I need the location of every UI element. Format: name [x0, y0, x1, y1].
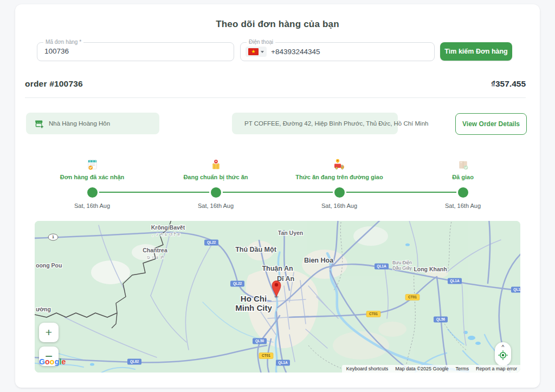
map-attribution: Keyboard shortcuts Map data ©2025 Google… [342, 365, 520, 373]
road-badge-ql1a: QL1A [511, 287, 520, 293]
map-label: Chantrea [143, 247, 167, 253]
google-logo[interactable]: Google [39, 357, 66, 366]
view-order-details-button[interactable]: View Order Details [455, 113, 527, 135]
page-title: Theo dõi đơn hàng của bạn [15, 19, 540, 30]
svg-text:1: 1 [52, 235, 54, 239]
order-confirmed-icon [86, 157, 99, 171]
step-date: Sat, 16th Aug [198, 202, 234, 209]
order-header: order #100736 ₫357.455 [25, 79, 526, 89]
step-label: Đang chuẩn bị thức ăn [183, 174, 248, 182]
phone-label: Điện thoại [247, 39, 275, 45]
road-badge-ql62: QL62 [127, 359, 141, 365]
tracker-step-delivered: Đã giao Sat, 16th Aug [401, 157, 525, 213]
map-label: Krông Bavĕt [151, 224, 185, 231]
my-location-icon [498, 350, 508, 361]
svg-text:QL1A: QL1A [278, 361, 288, 365]
search-order-button[interactable]: Tìm kiếm Đơn hàng [440, 42, 512, 61]
terms-link[interactable]: Terms [455, 366, 469, 371]
restaurant-chip: Nhà Hàng Hoàng Hôn [26, 113, 159, 134]
step-date: Sat, 16th Aug [74, 202, 110, 209]
road-badge-ct01: CT01 [259, 353, 273, 359]
country-code-dropdown[interactable]: ★ [246, 47, 267, 57]
tracker-step-confirmed: Đơn hàng đã xác nhận Sat, 16th Aug [30, 157, 154, 213]
map-label: ường [36, 306, 51, 312]
step-label: Thức ăn đang trên đường giao [295, 174, 383, 182]
map-label: Long Khanh [414, 266, 447, 272]
road-badge-ql1a: QL1A [375, 264, 389, 270]
map-label: Thuận An [262, 265, 293, 272]
vietnam-flag-icon: ★ [248, 48, 259, 55]
order-tracking-page: { "page": { "title": "Theo dõi đơn hàng … [0, 0, 555, 392]
map-zoom-in-button[interactable]: + [39, 323, 59, 342]
map-data-text: Map data ©2025 Google [395, 366, 448, 371]
delivered-package-icon [457, 157, 469, 171]
svg-text:QL22: QL22 [207, 240, 216, 245]
svg-text:QL56: QL56 [436, 317, 446, 322]
preparing-food-icon [210, 157, 222, 171]
step-date: Sat, 16th Aug [321, 202, 357, 209]
map-label: ក្រុងបាវិត [152, 232, 181, 237]
step-dot [333, 186, 346, 199]
tracking-card: Theo dõi đơn hàng của bạn Mã đơn hàng * … [15, 4, 540, 388]
svg-text:QL22: QL22 [233, 282, 242, 286]
road-badge-ql1a: QL1A [276, 360, 290, 366]
svg-text:QL1A: QL1A [377, 264, 386, 269]
map-label: Dĩ An [277, 275, 294, 283]
map-label: Bưu Điện [392, 260, 412, 265]
road-badge-ql22: QL22 [230, 281, 244, 287]
step-label: Đã giao [452, 174, 474, 182]
report-map-error-link[interactable]: Report a map error [476, 366, 517, 371]
delivery-truck-icon [333, 157, 346, 171]
road-badge-ql56: QL56 [434, 317, 448, 323]
step-date: Sat, 16th Aug [445, 202, 481, 209]
keyboard-shortcuts-link[interactable]: Keyboard shortcuts [346, 366, 389, 371]
road-badge-nh1: 1 [48, 234, 58, 240]
restaurant-name: Nhà Hàng Hoàng Hôn [49, 120, 110, 127]
order-id-field[interactable]: Mã đơn hàng * [37, 42, 234, 61]
google-map[interactable]: 1 QL22 QL22 QL1A QL1A QL1A CT01 [35, 221, 520, 373]
compass-caret-icon: ^ [501, 343, 504, 350]
order-number: order #100736 [25, 79, 83, 89]
order-total: ₫357.455 [491, 79, 526, 89]
svg-text:CT01: CT01 [408, 295, 417, 299]
svg-text:QL50: QL50 [255, 339, 264, 343]
phone-input[interactable] [267, 43, 434, 60]
map-label: Thủ Dầu Một [235, 246, 277, 253]
map-canvas: 1 QL22 QL22 QL1A QL1A QL1A CT01 [35, 221, 520, 373]
flag-star-icon: ★ [251, 49, 255, 54]
road-badge-ct01: CT01 [405, 295, 420, 300]
road-badge-ct01: CT01 [366, 311, 380, 317]
phone-field[interactable]: Điện thoại ★ [240, 42, 435, 61]
map-label: Bien Hoa [304, 257, 334, 264]
map-label: oong Pou [36, 262, 62, 269]
order-status-tracker: Đơn hàng đã xác nhận Sat, 16th Aug Đang … [30, 157, 525, 213]
road-badge-ql50: QL50 [253, 338, 267, 344]
step-dot [456, 186, 470, 199]
svg-text:CT01: CT01 [369, 312, 378, 316]
order-id-input[interactable] [37, 43, 234, 60]
tracker-step-preparing: Đang chuẩn bị thức ăn Sat, 16th Aug [154, 157, 278, 213]
svg-text:QL62: QL62 [130, 360, 139, 364]
svg-text:QL1A: QL1A [513, 288, 520, 292]
map-label: Tan Uyen [278, 230, 303, 236]
svg-text:CT01: CT01 [262, 354, 270, 357]
divider [25, 97, 526, 98]
tracker-step-on-the-way: Thức ăn đang trên đường giao Sat, 16th A… [278, 157, 401, 213]
step-label: Đơn hàng đã xác nhận [60, 174, 124, 182]
road-badge-ql1a: QL1A [448, 278, 462, 284]
delivery-address-chip: PT COFFEE, Đường 42, Hiệp Bình Phước, Th… [232, 113, 398, 134]
road-badge-ql22: QL22 [204, 240, 218, 246]
chevron-down-icon [261, 51, 264, 53]
svg-text:QL1A: QL1A [450, 279, 460, 283]
map-locate-control[interactable]: ^ [495, 342, 511, 366]
delivery-address: PT COFFEE, Đường 42, Hiệp Bình Phước, Th… [244, 120, 428, 127]
map-label: ចន្ទ្រា [146, 255, 164, 260]
map-label: Dầu Giây [392, 265, 412, 271]
step-dot [209, 186, 223, 199]
order-id-label: Mã đơn hàng * [43, 39, 83, 45]
map-label: Minh City [235, 303, 272, 312]
step-dot [86, 186, 99, 199]
map-label: Ho Chi [241, 294, 267, 303]
storefront-plus-icon [34, 119, 44, 129]
